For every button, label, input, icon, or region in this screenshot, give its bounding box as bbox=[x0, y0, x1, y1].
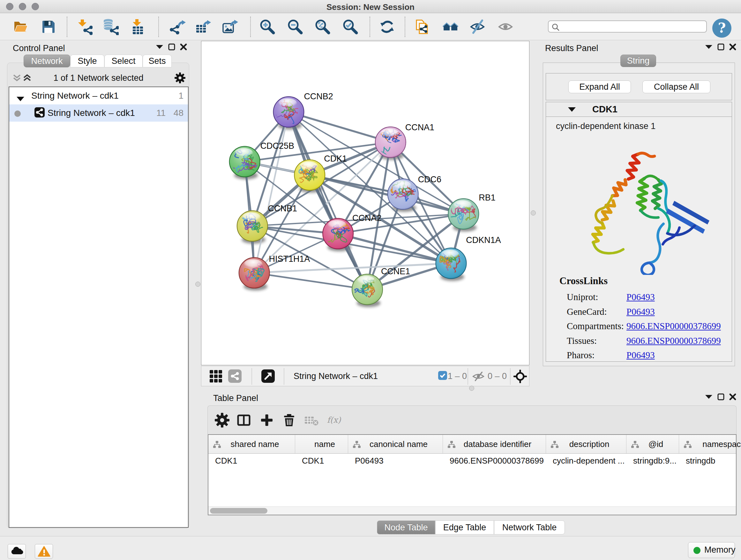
status-bar: Memory bbox=[0, 536, 741, 560]
panel-menu-icon[interactable] bbox=[705, 45, 713, 49]
warning-status-button[interactable] bbox=[35, 544, 53, 559]
panel-close-icon[interactable] bbox=[729, 393, 736, 400]
column-header-description[interactable]: description bbox=[546, 435, 626, 453]
table-cell[interactable]: stringdb:9... bbox=[633, 456, 678, 466]
panel-float-icon[interactable] bbox=[168, 44, 175, 51]
add-column-icon[interactable] bbox=[259, 413, 274, 428]
collection-count: 1 bbox=[179, 91, 184, 101]
table-cell[interactable]: cyclin-dependent ... bbox=[553, 456, 625, 466]
string-network-icon bbox=[35, 107, 45, 120]
table-cell[interactable]: P06493 bbox=[355, 456, 442, 466]
table-settings-gear-icon[interactable] bbox=[215, 413, 229, 428]
panel-menu-icon[interactable] bbox=[156, 45, 163, 49]
search-box[interactable] bbox=[548, 20, 707, 33]
zoom-selected-icon[interactable] bbox=[342, 18, 359, 35]
grid-view-icon[interactable] bbox=[210, 370, 222, 384]
export-network-icon[interactable] bbox=[170, 18, 186, 35]
export-table-icon[interactable] bbox=[195, 18, 212, 35]
memory-button[interactable]: Memory bbox=[688, 542, 735, 558]
toolbar-separator bbox=[250, 17, 251, 37]
import-network-database-icon[interactable] bbox=[102, 18, 119, 35]
show-all-icon[interactable] bbox=[497, 18, 514, 35]
column-header-canonical-name[interactable]: canonical name bbox=[348, 435, 443, 453]
column-header-name[interactable]: name bbox=[295, 435, 348, 453]
zoom-in-icon[interactable] bbox=[259, 18, 276, 35]
cloud-status-button[interactable] bbox=[8, 544, 26, 559]
zoom-fit-icon[interactable] bbox=[314, 18, 331, 35]
crosslink-link[interactable]: P06493 bbox=[626, 292, 655, 302]
gene-section-header[interactable]: CDK1 bbox=[546, 102, 732, 117]
scrollbar-thumb[interactable] bbox=[210, 508, 267, 514]
title-bar: Session: New Session bbox=[0, 0, 741, 13]
bottom-splitter-handle[interactable] bbox=[469, 386, 474, 391]
export-view-icon[interactable] bbox=[261, 369, 275, 384]
expand-all-button[interactable]: Expand All bbox=[568, 80, 631, 93]
column-header--id[interactable]: @id bbox=[626, 435, 679, 453]
panel-float-icon[interactable] bbox=[718, 393, 724, 400]
zoom-out-icon[interactable] bbox=[287, 18, 304, 35]
selected-checkbox-icon[interactable] bbox=[438, 371, 447, 381]
tab-select[interactable]: Select bbox=[105, 55, 143, 67]
toolbar-separator bbox=[67, 17, 67, 37]
import-table-file-icon[interactable] bbox=[130, 18, 146, 35]
crosslink-label: Pharos: bbox=[567, 350, 595, 360]
network-node-CCNA1 bbox=[375, 125, 406, 158]
node-table[interactable]: shared namenamecanonical namedatabase id… bbox=[208, 434, 737, 515]
open-session-icon[interactable] bbox=[12, 18, 29, 35]
clone-network-icon[interactable] bbox=[414, 18, 430, 35]
delete-column-icon[interactable] bbox=[282, 413, 296, 428]
column-header-shared-name[interactable]: shared name bbox=[208, 435, 295, 453]
panel-close-icon[interactable] bbox=[729, 44, 736, 51]
left-splitter-handle[interactable] bbox=[195, 282, 200, 287]
crosslink-link[interactable]: P06493 bbox=[626, 307, 655, 317]
network-view-canvas[interactable]: CCNB2CCNA1CDC25BCDK1CDC6RB1CCNB1CCNA2CDK… bbox=[201, 41, 529, 365]
tab-edge-table[interactable]: Edge Table bbox=[435, 520, 494, 535]
network-share-view-icon[interactable] bbox=[228, 369, 242, 384]
import-network-file-icon[interactable] bbox=[76, 18, 92, 35]
column-header-database-identifier[interactable]: database identifier bbox=[443, 435, 546, 453]
network-node-count: 11 bbox=[156, 108, 165, 118]
hidden-eye-icon[interactable] bbox=[472, 372, 485, 382]
hide-selected-icon[interactable] bbox=[469, 18, 486, 35]
collection-expander-icon[interactable] bbox=[16, 94, 24, 104]
collapse-all-button[interactable]: Collapse All bbox=[643, 80, 711, 93]
function-builder-icon[interactable]: f(x) bbox=[327, 413, 341, 428]
delete-table-icon[interactable] bbox=[304, 413, 319, 428]
split-columns-icon[interactable] bbox=[237, 413, 251, 428]
crosslink-label: GeneCard: bbox=[567, 307, 607, 317]
network-options-gear-icon[interactable] bbox=[175, 72, 185, 84]
search-input[interactable] bbox=[562, 22, 702, 31]
crosslink-link[interactable]: P06493 bbox=[626, 350, 655, 361]
tab-network[interactable]: Network bbox=[23, 55, 70, 67]
apply-layout-icon[interactable] bbox=[379, 18, 395, 35]
netbar-separator bbox=[252, 368, 252, 385]
tab-sets[interactable]: Sets bbox=[143, 55, 172, 67]
svg-text:CDK1: CDK1 bbox=[324, 154, 347, 164]
first-neighbors-icon[interactable] bbox=[442, 18, 459, 35]
gene-expander-icon[interactable] bbox=[568, 107, 576, 113]
table-cell[interactable]: CDK1 bbox=[215, 456, 294, 466]
column-header-namespace[interactable]: namespace bbox=[679, 435, 741, 453]
tab-node-table[interactable]: Node Table bbox=[377, 520, 435, 535]
table-horizontal-scrollbar[interactable] bbox=[208, 506, 736, 515]
save-session-icon[interactable] bbox=[40, 18, 57, 35]
help-button[interactable]: ? bbox=[712, 18, 731, 38]
results-tab-string[interactable]: String bbox=[620, 55, 656, 67]
tab-network-table[interactable]: Network Table bbox=[494, 520, 565, 535]
tab-style[interactable]: Style bbox=[70, 55, 105, 67]
network-row[interactable]: String Network – cdk1 11 48 bbox=[9, 105, 188, 122]
network-node-HIST1H1A bbox=[239, 258, 270, 288]
export-image-icon[interactable] bbox=[222, 18, 239, 35]
panel-close-icon[interactable] bbox=[180, 44, 187, 51]
toolbar-separator bbox=[369, 17, 370, 37]
panel-menu-icon[interactable] bbox=[705, 395, 713, 399]
table-cell[interactable]: 9606.ENSP00000378699 bbox=[450, 456, 545, 466]
birds-eye-view-icon[interactable] bbox=[514, 370, 527, 384]
crosslink-link[interactable]: 9606.ENSP00000378699 bbox=[626, 335, 721, 346]
crosslink-link[interactable]: 9606.ENSP00000378699 bbox=[626, 321, 721, 331]
network-collection-row[interactable]: String Network – cdk1 1 bbox=[9, 87, 188, 105]
table-cell[interactable]: CDK1 bbox=[302, 456, 347, 466]
right-splitter-handle[interactable] bbox=[531, 210, 536, 215]
table-cell[interactable]: stringdb bbox=[686, 456, 741, 466]
panel-float-icon[interactable] bbox=[718, 44, 724, 51]
